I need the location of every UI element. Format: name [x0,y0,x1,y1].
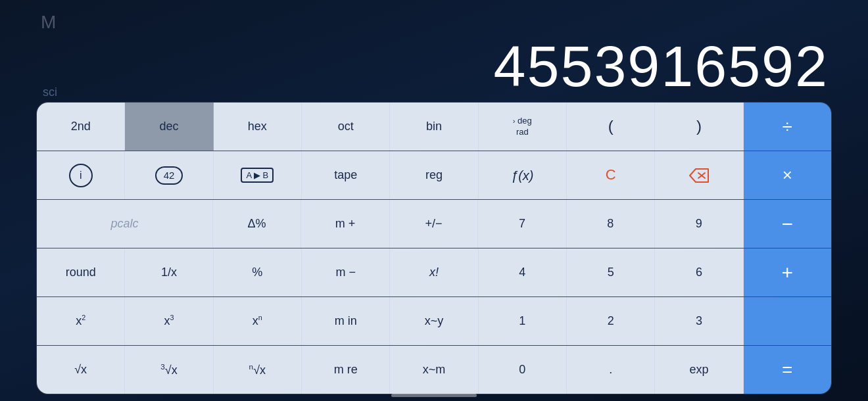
row-5: x2 x3 xn m in x~y 1 2 3 [37,297,831,346]
button-x-tilde-m[interactable]: x~m [390,346,478,394]
button-equals-bottom[interactable]: = [744,346,831,394]
button-cbrt[interactable]: 3√x [125,346,213,394]
button-info[interactable]: i [37,151,125,199]
app-logo: M [41,12,57,33]
button-multiply[interactable]: × [744,151,831,199]
button-divide[interactable]: ÷ [744,103,831,151]
button-ab[interactable]: A ▶ B [214,151,302,199]
button-pcalc[interactable]: pcalc [37,200,213,248]
row-6: √x 3√x n√x m re x~m 0 . exp = [37,346,831,394]
button-m-in[interactable]: m in [302,297,390,345]
button-2nd[interactable]: 2nd [37,103,125,151]
button-percent[interactable]: % [214,248,302,296]
button-5[interactable]: 5 [567,248,655,296]
button-1[interactable]: 1 [479,297,567,345]
row-2: i 42 A ▶ B tape reg ƒ(x) C × [37,151,831,200]
button-7[interactable]: 7 [478,200,566,248]
button-oct[interactable]: oct [302,103,390,151]
display-value: 4553916592 [494,37,829,95]
row-4: round 1/x % m − x! 4 5 6 + [37,248,831,297]
button-6[interactable]: 6 [655,248,743,296]
button-0[interactable]: 0 [479,346,567,394]
button-nth-root[interactable]: n√x [214,346,302,394]
button-lparen[interactable]: ( [567,103,655,151]
button-m-plus[interactable]: m + [301,200,389,248]
button-exp[interactable]: exp [655,346,743,394]
calculator-grid: 2nd dec hex oct bin › deg rad ( ) ÷ [36,102,832,394]
button-2[interactable]: 2 [567,297,655,345]
button-add[interactable]: + [744,248,831,296]
button-deg-rad[interactable]: › deg rad [479,103,567,151]
button-x-sq[interactable]: x2 [37,297,125,345]
button-delta-pct[interactable]: Δ% [213,200,301,248]
button-hex[interactable]: hex [214,103,302,151]
button-x-fact[interactable]: x! [390,248,478,296]
backspace-icon [687,166,711,185]
button-plus-minus[interactable]: +/− [390,200,478,248]
button-x-cube[interactable]: x3 [125,297,213,345]
button-backspace[interactable] [655,151,743,199]
row-1: 2nd dec hex oct bin › deg rad ( ) ÷ [37,103,831,151]
button-dec[interactable]: dec [125,103,213,151]
sci-label: sci [43,85,57,99]
button-x-n[interactable]: xn [214,297,302,345]
button-3[interactable]: 3 [655,297,743,345]
button-42[interactable]: 42 [125,151,213,199]
home-indicator [391,394,477,397]
display-area: 4553916592 [0,0,868,102]
button-dot[interactable]: . [567,346,655,394]
button-4[interactable]: 4 [479,248,567,296]
button-reg[interactable]: reg [390,151,478,199]
button-fx[interactable]: ƒ(x) [479,151,567,199]
button-tape[interactable]: tape [302,151,390,199]
button-round[interactable]: round [37,248,125,296]
row-3: pcalc Δ% m + +/− 7 8 9 − [37,200,831,248]
button-bin[interactable]: bin [390,103,478,151]
button-9[interactable]: 9 [655,200,743,248]
button-sqrt[interactable]: √x [37,346,125,394]
button-subtract[interactable]: − [744,200,831,248]
button-x-tilde-y[interactable]: x~y [390,297,478,345]
button-rparen[interactable]: ) [655,103,743,151]
button-8[interactable]: 8 [567,200,655,248]
button-equals-top[interactable] [744,297,831,345]
button-m-minus[interactable]: m − [302,248,390,296]
button-clear[interactable]: C [567,151,655,199]
button-m-re[interactable]: m re [302,346,390,394]
button-reciprocal[interactable]: 1/x [125,248,213,296]
